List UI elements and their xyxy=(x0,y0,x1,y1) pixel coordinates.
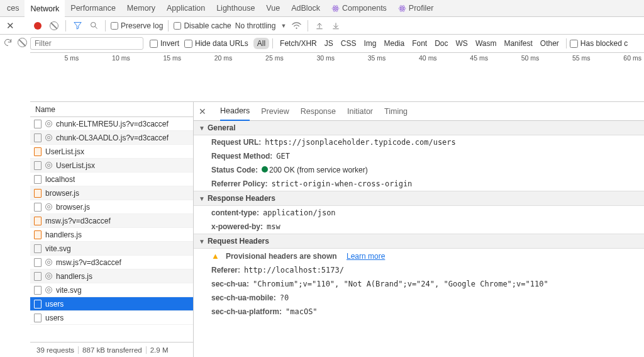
request-row[interactable]: UserList.jsx xyxy=(30,159,193,173)
request-row[interactable]: browser.js xyxy=(30,186,193,200)
tab-adblock[interactable]: AdBlock xyxy=(286,0,326,17)
tab-response[interactable]: Response xyxy=(301,102,336,121)
provisional-warning: ▲Provisional headers are shown Learn mor… xyxy=(194,249,644,263)
learn-more-link[interactable]: Learn more xyxy=(347,252,385,261)
type-all[interactable]: All xyxy=(253,38,269,49)
tab-memory[interactable]: Memory xyxy=(121,0,161,17)
request-summary: 39 requests 887 kB transferred 2.9 M xyxy=(30,342,193,357)
tab-lighthouse[interactable]: Lighthouse xyxy=(211,0,260,17)
type-media[interactable]: Media xyxy=(380,38,408,49)
tab-performance[interactable]: Performance xyxy=(65,0,121,17)
clear-icon[interactable] xyxy=(18,38,27,47)
tick: 10 ms xyxy=(81,54,132,63)
import-har-icon[interactable] xyxy=(313,20,326,32)
request-row[interactable]: chunk-OL3AADLO.js?v=d3caccef xyxy=(30,131,193,145)
type-fetch[interactable]: Fetch/XHR xyxy=(276,38,321,49)
type-wasm[interactable]: Wasm xyxy=(472,38,501,49)
filter-input[interactable] xyxy=(30,37,143,50)
tab-headers[interactable]: Headers xyxy=(220,102,250,121)
type-img[interactable]: Img xyxy=(360,38,380,49)
type-css[interactable]: CSS xyxy=(337,38,360,49)
warning-icon: ▲ xyxy=(211,251,219,261)
request-row[interactable]: handlers.js xyxy=(30,228,193,242)
status-dot-icon xyxy=(262,166,268,173)
request-list-header[interactable]: Name xyxy=(30,102,193,117)
section-general[interactable]: ▼General xyxy=(194,121,644,135)
section-request-headers[interactable]: ▼Request Headers xyxy=(194,234,644,249)
timeline-overview[interactable]: 5 ms 10 ms 15 ms 20 ms 25 ms 30 ms 35 ms… xyxy=(30,53,644,102)
tick: 20 ms xyxy=(184,54,235,63)
kv-sec-ch-ua-mobile: sec-ch-ua-mobile:?0 xyxy=(194,291,644,305)
type-font[interactable]: Font xyxy=(408,38,431,49)
close-icon[interactable]: ✕ xyxy=(4,20,16,32)
kv-sec-ch-ua: sec-ch-ua:"Chromium";v="110", "Not A(Bra… xyxy=(194,277,644,291)
blocked-cookies-checkbox[interactable]: Has blocked c xyxy=(570,39,628,48)
request-row[interactable]: browser.js xyxy=(30,200,193,214)
kv-referrer-policy: Referrer Policy:strict-origin-when-cross… xyxy=(194,177,644,191)
resources-size: 2.9 M xyxy=(147,346,172,354)
tick: 40 ms xyxy=(388,54,439,63)
request-row[interactable]: localhost xyxy=(30,173,193,186)
request-list[interactable]: chunk-ELTMRE5U.js?v=d3caccef chunk-OL3AA… xyxy=(30,117,193,342)
request-row[interactable]: vite.svg xyxy=(30,283,193,297)
gear-icon xyxy=(45,273,52,280)
detail-body[interactable]: ▼General Request URL:https://jsonplaceho… xyxy=(194,121,644,357)
disable-cache-checkbox[interactable]: Disable cache xyxy=(174,21,231,30)
tab-sources[interactable]: ces xyxy=(1,0,25,17)
section-response-headers[interactable]: ▼Response Headers xyxy=(194,191,644,206)
kv-x-powered-by: x-powered-by:msw xyxy=(194,220,644,234)
filter-bar: Invert Hide data URLs All Fetch/XHR JS C… xyxy=(30,35,644,53)
search-icon[interactable] xyxy=(87,20,100,32)
request-list-panel: Name chunk-ELTMRE5U.js?v=d3caccef chunk-… xyxy=(30,102,194,357)
tab-network[interactable]: Network xyxy=(25,0,65,17)
tab-timing[interactable]: Timing xyxy=(384,102,408,121)
export-har-icon[interactable] xyxy=(330,20,342,32)
svg-point-4 xyxy=(401,8,402,9)
request-row[interactable]: handlers.js xyxy=(30,269,193,283)
kv-request-url: Request URL:https://jsonplaceholder.typi… xyxy=(194,135,644,149)
request-row[interactable]: msw.js?v=d3caccef xyxy=(30,214,193,228)
record-button[interactable] xyxy=(31,20,44,32)
network-main: Name chunk-ELTMRE5U.js?v=d3caccef chunk-… xyxy=(30,102,644,357)
request-row[interactable]: vite.svg xyxy=(30,242,193,256)
tab-profiler[interactable]: Profiler xyxy=(392,0,440,17)
tick: 30 ms xyxy=(286,54,337,63)
preserve-log-checkbox[interactable]: Preserve log xyxy=(111,21,163,30)
request-row[interactable]: UserList.jsx xyxy=(30,145,193,159)
clear-button[interactable] xyxy=(48,20,60,32)
type-js[interactable]: JS xyxy=(321,38,337,49)
close-detail-icon[interactable]: ✕ xyxy=(199,106,209,116)
gear-icon xyxy=(45,120,52,127)
request-row[interactable]: users xyxy=(30,311,193,325)
tab-components[interactable]: Components xyxy=(326,0,392,17)
type-manifest[interactable]: Manifest xyxy=(500,38,536,49)
tab-initiator[interactable]: Initiator xyxy=(347,102,373,121)
tab-preview[interactable]: Preview xyxy=(261,102,289,121)
tick: 50 ms xyxy=(491,54,541,63)
type-ws[interactable]: WS xyxy=(452,38,472,49)
kv-sec-ch-ua-platform: sec-ch-ua-platform:"macOS" xyxy=(194,305,644,319)
network-conditions-icon[interactable] xyxy=(290,20,303,32)
devtools-tabstrip: ces Network Performance Memory Applicati… xyxy=(0,0,644,17)
gear-icon xyxy=(45,203,52,210)
reload-icon[interactable] xyxy=(3,38,13,47)
request-row[interactable]: msw.js?v=d3caccef xyxy=(30,256,193,269)
tick: 45 ms xyxy=(440,54,491,63)
type-doc[interactable]: Doc xyxy=(431,38,452,49)
hide-data-urls-checkbox[interactable]: Hide data URLs xyxy=(184,39,248,48)
request-count: 39 requests xyxy=(33,346,79,354)
tick: 35 ms xyxy=(337,54,388,63)
svg-point-9 xyxy=(296,28,297,29)
svg-point-0 xyxy=(335,8,336,9)
request-row[interactable]: chunk-ELTMRE5U.js?v=d3caccef xyxy=(30,117,193,131)
type-other[interactable]: Other xyxy=(536,38,563,49)
gear-icon xyxy=(45,286,52,293)
tab-vue[interactable]: Vue xyxy=(260,0,286,17)
filter-toggle-icon[interactable] xyxy=(71,20,84,32)
network-toolbar: ✕ Preserve log Disable cache No throttli… xyxy=(0,17,644,35)
gear-icon xyxy=(45,162,52,169)
invert-checkbox[interactable]: Invert xyxy=(150,39,179,48)
tab-application[interactable]: Application xyxy=(161,0,211,17)
throttling-select[interactable]: No throttling▼ xyxy=(235,21,287,30)
request-row[interactable]: users xyxy=(30,297,193,311)
